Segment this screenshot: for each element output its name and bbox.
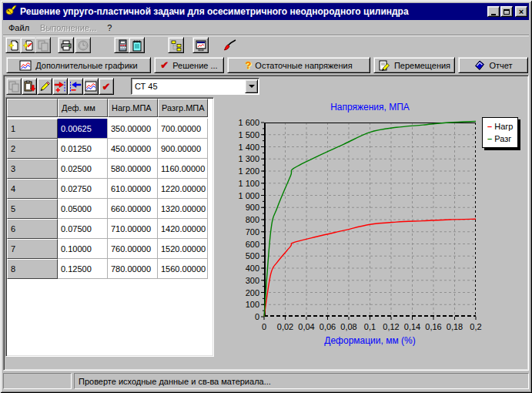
menu-bar: Файл Выполнение... ? [3,21,529,35]
copy-pages-button[interactable] [35,37,51,53]
row-header[interactable]: 2 [7,139,58,159]
status-panel-left [3,373,72,389]
table-cell[interactable]: 1220.00000 [158,179,208,199]
table-cell[interactable]: 0.02750 [58,179,108,199]
table-cell[interactable]: 450.00000 [108,139,158,159]
material-combobox-value: СТ 45 [132,82,245,91]
print-button[interactable] [58,37,74,53]
tab-solution[interactable]: ✔ Решение ... [154,57,224,73]
window-title: Решение упруго-пластичной задачи для осе… [20,6,487,17]
tab-residual-stresses[interactable]: ? Остаточные напряжения [227,57,370,73]
tab-label: Перемещения [394,61,450,70]
tab-displacements[interactable]: Перемещения [373,57,455,73]
chart-region: Напряжения, МПА Деформации, мм (%) – Наг… [219,100,527,354]
legend-item-unload: – Разг [487,133,513,145]
y-tick-label: 1 100 [219,179,259,188]
table-cell[interactable]: 1420.00000 [158,219,208,239]
y-tick-label: 1 300 [219,154,259,163]
combobox-dropdown-button[interactable] [245,79,258,93]
table-cell[interactable]: 1560.00000 [158,259,208,279]
delete-row-icon [69,80,82,92]
y-tick-label: 200 [219,288,259,297]
table-cell[interactable]: 350.00000 [108,119,158,139]
y-tick-label: 400 [219,264,259,273]
table-cell[interactable]: 700.00000 [158,119,208,139]
notepad-icon [131,39,143,52]
table-cell[interactable]: 1520.00000 [158,239,208,259]
pencil-icon [38,80,51,92]
close-button[interactable]: × [515,6,527,17]
table-cell[interactable]: 1320.00000 [158,199,208,219]
row-header[interactable]: 3 [7,159,58,179]
minimize-button[interactable] [487,6,500,17]
column-header-deformation: Деф. мм [58,99,108,117]
clock-button[interactable] [75,37,91,53]
table-cell[interactable]: 0.02500 [58,159,108,179]
add-row-button[interactable] [52,78,68,95]
legend-label: Разг [494,134,511,143]
row-header[interactable]: 7 [7,239,58,259]
y-tick-label: 900 [219,203,259,212]
menu-run: Выполнение... [35,22,102,34]
tab-label: Дополнительные графики [35,61,138,70]
table-cell[interactable]: 900.00000 [158,139,208,159]
minimize-icon [491,14,496,15]
title-bar: Решение упруго-пластичной задачи для осе… [3,3,529,20]
delete-row-button[interactable] [68,78,83,95]
table-cell[interactable]: 660.00000 [108,199,158,219]
y-tick-label: 0 [219,312,259,321]
tab-label: Остаточные напряжения [255,61,352,70]
tab-additional-charts[interactable]: Дополнительные графики [6,57,151,73]
y-tick-label: 100 [219,300,259,309]
paste-button[interactable] [22,78,37,95]
table-cell[interactable]: 780.00000 [108,259,158,279]
x-axis-title: Деформации, мм (%) [264,335,476,346]
table-cell[interactable]: 0.01250 [58,139,108,159]
table-cell[interactable]: 580.00000 [108,159,158,179]
apply-button[interactable]: ✔ [99,78,114,95]
table-cell[interactable]: 0.07500 [58,219,108,239]
table-cell[interactable]: 610.00000 [108,179,158,199]
brush-button[interactable] [222,37,238,53]
printer-icon [60,39,72,52]
new-file-button[interactable] [5,37,22,53]
row-header[interactable]: 5 [7,199,58,219]
y-tick-label: 1 500 [219,130,259,139]
clock-icon [77,39,89,52]
row-header[interactable]: 1 [7,119,58,139]
open-file-button[interactable] [20,37,36,53]
results-window-button[interactable] [192,37,209,53]
copy-icon [37,39,49,52]
row-header[interactable]: 4 [7,179,58,199]
table-cell[interactable]: 1160.00000 [158,159,208,179]
copy-button[interactable] [6,78,22,95]
legend-swatch-load: – [487,122,492,131]
plot-button[interactable] [83,78,99,95]
tab-report[interactable]: Отчет [458,57,528,73]
new-file-icon [8,39,20,52]
y-tick-label: 1 600 [219,118,259,127]
column-header-load: Нагр.МПА [108,99,158,117]
x-tick-label: 0,2 [460,322,491,331]
menu-file[interactable]: Файл [3,22,35,34]
row-header[interactable]: 8 [7,259,58,279]
question-icon: ? [245,59,251,71]
data-table: Деф. мм Нагр.МПА Разгр.МПА 1 0.00625 350… [7,99,208,279]
menu-help[interactable]: ? [102,22,117,34]
y-tick-label: 300 [219,276,259,285]
edit-button[interactable] [37,78,52,95]
material-combobox[interactable]: СТ 45 [131,78,259,95]
row-header[interactable]: 6 [7,219,58,239]
table-cell[interactable]: 0.05000 [58,199,108,219]
table-cell[interactable]: 0.12500 [58,259,108,279]
red-check-icon: ✔ [160,59,169,71]
table-cell[interactable]: 0.00625 [58,119,108,139]
table-cell[interactable]: 0.10000 [58,239,108,259]
chevron-down-icon [249,85,255,88]
tree-view-button[interactable] [168,37,184,53]
table-cell[interactable]: 760.00000 [108,239,158,259]
calculator-button[interactable] [114,37,130,53]
table-cell[interactable]: 710.00000 [108,219,158,239]
maximize-button[interactable] [500,6,513,17]
notes-button[interactable] [129,37,145,53]
